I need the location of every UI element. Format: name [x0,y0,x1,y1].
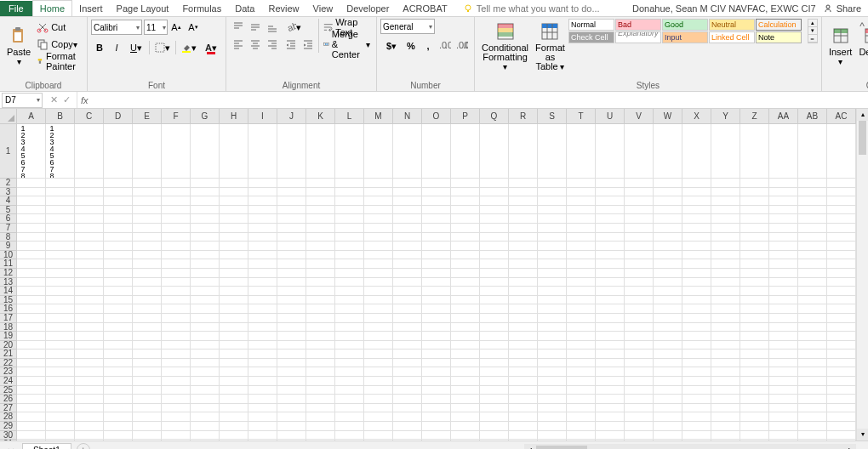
cell[interactable] [306,395,335,403]
increase-font-button[interactable]: A▴ [168,20,184,35]
cell[interactable] [538,196,567,205]
cell[interactable] [798,124,827,178]
cell[interactable] [480,422,509,430]
font-color-button[interactable]: A ▾ [201,40,221,55]
cell[interactable] [682,350,711,358]
cell[interactable] [306,386,335,395]
cell[interactable] [827,341,856,350]
cell[interactable] [740,431,769,440]
cell[interactable] [393,341,422,350]
cell[interactable] [711,188,740,196]
cell[interactable] [769,422,798,430]
cell[interactable] [480,332,509,340]
cell[interactable] [133,359,162,367]
cell[interactable] [364,179,393,187]
cell[interactable] [798,386,827,395]
cell[interactable] [769,341,798,350]
cell[interactable] [451,395,480,403]
cell[interactable] [422,242,451,250]
cell[interactable] [480,214,509,223]
cell[interactable] [422,395,451,403]
cell[interactable] [682,251,711,259]
cell[interactable] [509,259,538,268]
cell[interactable] [827,287,856,295]
cell[interactable] [17,269,46,277]
cell[interactable] [654,296,682,304]
cell[interactable] [769,377,798,385]
cell[interactable] [104,332,133,340]
cell[interactable] [162,124,191,178]
cell[interactable] [17,332,46,340]
cell[interactable] [46,251,75,259]
cell[interactable] [364,323,393,332]
cell[interactable] [162,296,191,304]
cell[interactable] [248,422,277,430]
tab-nav-next[interactable]: ▸ [13,446,17,450]
format-painter-button[interactable]: Format Painter [34,53,83,70]
row-header[interactable]: 1 [0,124,16,179]
cell[interactable] [393,304,422,313]
cell[interactable] [46,314,75,322]
cell[interactable] [133,287,162,295]
cell[interactable] [248,278,277,287]
cell[interactable] [75,206,104,214]
cell[interactable] [364,404,393,412]
cell[interactable] [711,422,740,430]
cell[interactable] [422,188,451,196]
cell[interactable] [162,259,191,268]
cell[interactable] [827,314,856,322]
cell[interactable] [451,296,480,304]
cell[interactable] [191,332,220,340]
cell[interactable] [220,359,248,367]
cell[interactable] [422,404,451,412]
cell[interactable] [740,188,769,196]
cell[interactable] [567,269,596,277]
cell[interactable] [769,296,798,304]
cell[interactable] [335,431,364,440]
cell[interactable] [46,188,75,196]
cell[interactable] [220,214,248,223]
cell[interactable] [248,377,277,385]
cell[interactable] [335,377,364,385]
cell[interactable] [191,314,220,322]
cell[interactable] [798,251,827,259]
cell[interactable] [220,412,248,421]
horizontal-scrollbar[interactable]: ◂ ▸ [524,444,856,449]
cell[interactable] [306,350,335,358]
cell[interactable] [567,395,596,403]
cell[interactable] [509,341,538,350]
cell[interactable] [798,359,827,367]
cell[interactable] [46,377,75,385]
cell[interactable] [451,224,480,232]
cell[interactable] [654,287,682,295]
cell[interactable] [596,422,625,430]
column-header[interactable]: C [75,109,104,123]
underline-button[interactable]: U ▾ [126,40,146,55]
cell[interactable] [740,287,769,295]
cell[interactable] [335,224,364,232]
cell[interactable] [162,196,191,205]
cell[interactable] [75,278,104,287]
cell[interactable] [451,431,480,440]
cell[interactable] [538,431,567,440]
cell[interactable] [798,179,827,187]
cell[interactable] [682,304,711,313]
cell[interactable] [393,179,422,187]
cell[interactable] [451,323,480,332]
cell[interactable] [104,404,133,412]
cell[interactable] [306,367,335,376]
cell[interactable] [654,431,682,440]
cell[interactable] [625,323,654,332]
cell[interactable] [277,422,306,430]
style-note[interactable]: Note [756,31,802,43]
cell[interactable] [769,196,798,205]
cell[interactable] [567,359,596,367]
cell[interactable] [133,224,162,232]
cell[interactable] [335,412,364,421]
cell[interactable] [538,188,567,196]
cell[interactable] [220,188,248,196]
cell[interactable]: 123456789 [17,124,46,178]
gallery-scroll-down[interactable]: ▾ [808,27,817,35]
cell[interactable] [306,269,335,277]
cell[interactable] [827,251,856,259]
